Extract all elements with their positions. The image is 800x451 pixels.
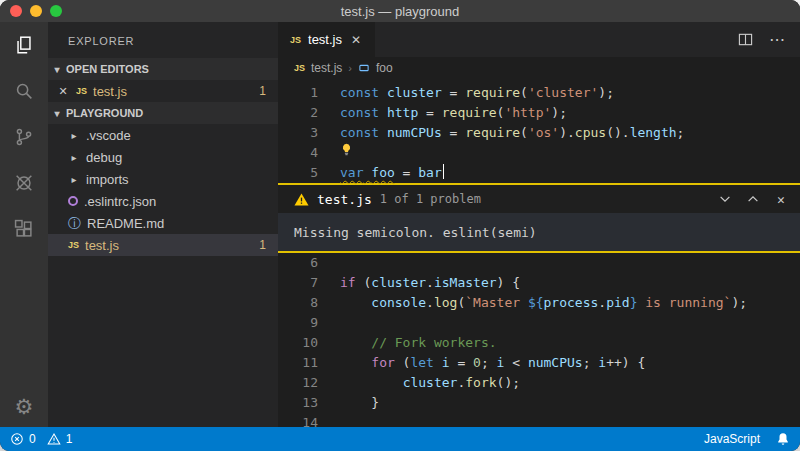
code-text: } bbox=[318, 393, 379, 413]
explorer-icon[interactable] bbox=[0, 22, 48, 68]
tab-testjs[interactable]: JS test.js ✕ bbox=[278, 22, 376, 57]
sidebar-title: EXPLORER bbox=[48, 22, 278, 58]
eslint-file-icon bbox=[68, 196, 78, 206]
line-number: 10 bbox=[278, 333, 318, 353]
close-window-button[interactable] bbox=[10, 5, 22, 17]
breadcrumbs: JS test.js › foo bbox=[278, 57, 800, 79]
code-line[interactable]: 14 bbox=[278, 413, 800, 427]
line-number: 8 bbox=[278, 293, 318, 313]
code-text bbox=[318, 143, 353, 163]
problem-count-badge: 1 bbox=[259, 84, 266, 98]
code-line[interactable]: 3const numCPUs = require('os').cpus().le… bbox=[278, 123, 800, 143]
next-problem-icon[interactable] bbox=[718, 192, 732, 206]
line-number: 11 bbox=[278, 353, 318, 373]
code-line[interactable]: 5var foo = bar bbox=[278, 163, 800, 183]
info-file-icon: ⓘ bbox=[68, 217, 81, 230]
chevron-down-icon: ▾ bbox=[51, 108, 63, 119]
file-name: README.md bbox=[87, 216, 164, 231]
debug-icon[interactable] bbox=[0, 160, 48, 206]
split-editor-button[interactable] bbox=[738, 32, 753, 47]
code-text bbox=[318, 253, 340, 273]
chevron-right-icon: ▸ bbox=[68, 174, 80, 185]
close-editor-icon[interactable]: ✕ bbox=[56, 85, 70, 98]
code-text: const cluster = require('cluster'); bbox=[318, 83, 614, 103]
close-peek-icon[interactable]: ✕ bbox=[774, 192, 788, 207]
code-line[interactable]: 13 } bbox=[278, 393, 800, 413]
open-editor-file-name: test.js bbox=[93, 84, 127, 99]
code-line[interactable]: 11 for (let i = 0; i < numCPUs; i++) { bbox=[278, 353, 800, 373]
code-line[interactable]: 6 bbox=[278, 253, 800, 273]
file-tree: ▸.vscode▸debug▸imports.eslintrc.jsonⓘREA… bbox=[48, 124, 278, 256]
code-text: // Fork workers. bbox=[318, 333, 497, 353]
file-tree-item[interactable]: .eslintrc.json bbox=[48, 190, 278, 212]
file-tree-item[interactable]: JStest.js1 bbox=[48, 234, 278, 256]
code-line[interactable]: 7if (cluster.isMaster) { bbox=[278, 273, 800, 293]
code-line[interactable]: 9 bbox=[278, 313, 800, 333]
maximize-window-button[interactable] bbox=[50, 5, 62, 17]
line-number: 12 bbox=[278, 373, 318, 393]
line-number: 3 bbox=[278, 123, 318, 143]
more-actions-button[interactable]: ⋯ bbox=[769, 30, 786, 49]
gear-icon[interactable]: ⚙ bbox=[15, 395, 34, 419]
folder-section-header[interactable]: ▾ PLAYGROUND bbox=[48, 102, 278, 124]
code-text: cluster.fork(); bbox=[318, 373, 520, 393]
line-number: 13 bbox=[278, 393, 318, 413]
code-line[interactable]: 10 // Fork workers. bbox=[278, 333, 800, 353]
error-count: 0 bbox=[29, 432, 36, 446]
code-line[interactable]: 12 cluster.fork(); bbox=[278, 373, 800, 393]
code-line[interactable]: 4 bbox=[278, 143, 800, 163]
source-control-icon[interactable] bbox=[0, 114, 48, 160]
folder-tree-item[interactable]: ▸imports bbox=[48, 168, 278, 190]
search-icon[interactable] bbox=[0, 68, 48, 114]
js-file-icon: JS bbox=[76, 86, 87, 96]
window-title: test.js — playground bbox=[341, 4, 460, 19]
code-editor: 1const cluster = require('cluster');2con… bbox=[278, 79, 800, 427]
chevron-right-icon: ▸ bbox=[68, 152, 80, 163]
line-number: 7 bbox=[278, 273, 318, 293]
folder-tree-item[interactable]: ▸.vscode bbox=[48, 124, 278, 146]
file-tree-item[interactable]: ⓘREADME.md bbox=[48, 212, 278, 234]
editor-group: JS test.js ✕ ⋯ JS test.js › bbox=[278, 22, 800, 427]
status-bar: 0 1 JavaScript bbox=[0, 427, 800, 451]
close-tab-icon[interactable]: ✕ bbox=[349, 33, 363, 47]
open-editor-item[interactable]: ✕ JS test.js 1 bbox=[48, 80, 278, 102]
file-name: .eslintrc.json bbox=[84, 194, 156, 209]
line-number: 14 bbox=[278, 413, 318, 427]
file-name: debug bbox=[86, 150, 122, 165]
folder-tree-item[interactable]: ▸debug bbox=[48, 146, 278, 168]
tab-label: test.js bbox=[308, 32, 342, 47]
problems-peek-widget: test.js 1 of 1 problem ✕ bbox=[278, 183, 800, 253]
explorer-sidebar: EXPLORER ▾ OPEN EDITORS ✕ JS test.js 1 ▾… bbox=[48, 22, 278, 427]
peek-message-row[interactable]: Missing semicolon. eslint(semi) bbox=[278, 213, 800, 251]
notifications-bell-icon[interactable] bbox=[776, 432, 790, 446]
code-text: for (let i = 0; i < numCPUs; i++) { bbox=[318, 353, 645, 373]
code-line[interactable]: 8 console.log(`Master ${process.pid} is … bbox=[278, 293, 800, 313]
warning-icon bbox=[47, 432, 61, 446]
breadcrumb-file[interactable]: test.js bbox=[311, 61, 342, 75]
code-text bbox=[318, 313, 340, 333]
code-text bbox=[318, 413, 340, 427]
warning-count: 1 bbox=[66, 432, 73, 446]
warning-icon bbox=[294, 192, 309, 207]
code-text: console.log(`Master ${process.pid} is ru… bbox=[318, 293, 747, 313]
line-number: 9 bbox=[278, 313, 318, 333]
file-name: imports bbox=[86, 172, 129, 187]
problems-status[interactable]: 0 1 bbox=[10, 432, 72, 446]
chevron-right-icon: ▸ bbox=[68, 130, 80, 141]
peek-header: test.js 1 of 1 problem ✕ bbox=[278, 185, 800, 213]
language-mode[interactable]: JavaScript bbox=[704, 432, 760, 446]
minimize-window-button[interactable] bbox=[30, 5, 42, 17]
code-line[interactable]: 1const cluster = require('cluster'); bbox=[278, 83, 800, 103]
extensions-icon[interactable] bbox=[0, 206, 48, 252]
breadcrumb-symbol[interactable]: foo bbox=[376, 61, 393, 75]
previous-problem-icon[interactable] bbox=[746, 192, 760, 206]
line-number: 1 bbox=[278, 83, 318, 103]
code-line[interactable]: 2const http = require('http'); bbox=[278, 103, 800, 123]
file-name: .vscode bbox=[86, 128, 131, 143]
open-editors-label: OPEN EDITORS bbox=[66, 63, 149, 75]
title-bar: test.js — playground bbox=[0, 0, 800, 22]
chevron-down-icon: ▾ bbox=[51, 64, 63, 75]
open-editors-section-header[interactable]: ▾ OPEN EDITORS bbox=[48, 58, 278, 80]
code-text: var foo = bar bbox=[318, 163, 444, 183]
error-icon bbox=[10, 432, 24, 446]
